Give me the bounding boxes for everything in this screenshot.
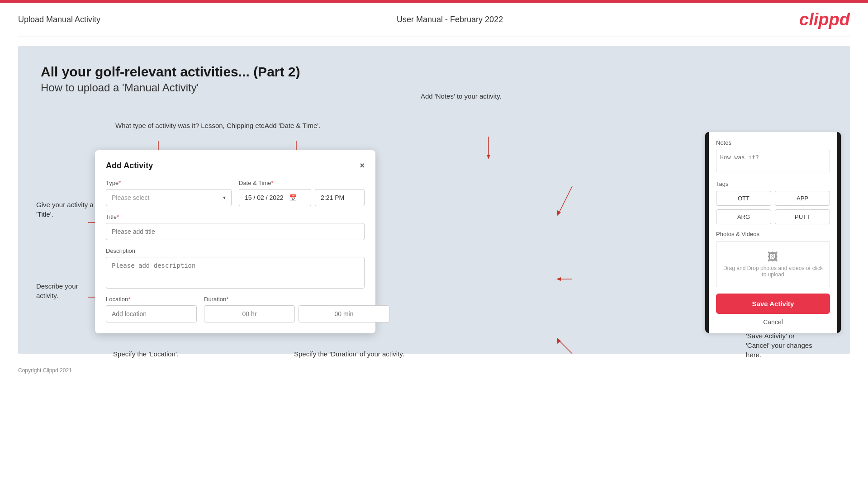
header: Upload Manual Activity User Manual - Feb… — [0, 3, 868, 37]
calendar-icon: 📅 — [289, 194, 297, 201]
time-input[interactable]: 2:21 PM — [315, 189, 365, 206]
duration-hr-input[interactable] — [204, 305, 295, 322]
duration-label: Duration* — [204, 296, 389, 303]
page-title: All your golf-relevant activities... (Pa… — [41, 64, 827, 80]
type-label: Type* — [106, 180, 232, 186]
chevron-down-icon: ▾ — [223, 194, 226, 201]
annotation-save: 'Save Activity' or 'Cancel' your changes… — [746, 331, 845, 360]
description-textarea[interactable] — [106, 257, 365, 289]
tag-ott[interactable]: OTT — [716, 191, 771, 206]
datetime-group: Date & Time* 15 / 02 / 2022 📅 2:21 PM — [239, 180, 365, 206]
svg-marker-17 — [556, 277, 561, 281]
manual-label: User Manual - February 2022 — [397, 15, 503, 24]
save-activity-button[interactable]: Save Activity — [716, 294, 830, 314]
date-time-inputs: 15 / 02 / 2022 📅 2:21 PM — [239, 189, 365, 206]
tags-grid: OTT APP ARG PUTT — [716, 191, 830, 224]
time-value: 2:21 PM — [321, 194, 344, 201]
annotation-notes: Add 'Notes' to your activity. — [421, 91, 502, 101]
svg-marker-13 — [487, 155, 490, 159]
description-label: Description — [106, 247, 365, 254]
annotation-location: Specify the 'Location'. — [113, 349, 179, 359]
notes-label: Notes — [716, 139, 830, 146]
modal-header: Add Activity × — [106, 161, 365, 171]
tag-app[interactable]: APP — [775, 191, 830, 206]
upload-text: Drag and Drop photos and videos or click… — [721, 265, 825, 278]
annotation-date-time: Add 'Date & Time'. — [265, 121, 320, 130]
title-label: Title* — [106, 213, 365, 220]
datetime-label: Date & Time* — [239, 180, 365, 186]
location-group: Location* — [106, 296, 197, 322]
annotation-what-type: What type of activity was it? Lesson, Ch… — [115, 121, 266, 130]
svg-line-18 — [559, 340, 572, 354]
type-datetime-row: Type* Please select ▾ Date & Time* 15 / … — [106, 180, 365, 206]
main-content: All your golf-relevant activities... (Pa… — [18, 46, 850, 354]
header-divider — [18, 37, 850, 37]
logo: clippd — [799, 10, 850, 29]
type-placeholder: Please select — [112, 194, 149, 201]
notes-textarea[interactable] — [716, 150, 830, 172]
right-panel: Notes Tags OTT APP ARG PUTT Photos & Vid… — [705, 132, 841, 333]
annotation-duration: Specify the 'Duration' of your activity. — [294, 349, 404, 359]
add-activity-modal: Add Activity × Type* Please select ▾ Dat… — [95, 150, 375, 333]
duration-inputs — [204, 305, 389, 322]
description-group: Description — [106, 247, 365, 296]
svg-marker-15 — [557, 210, 561, 216]
date-input[interactable]: 15 / 02 / 2022 📅 — [239, 189, 311, 206]
tag-putt[interactable]: PUTT — [775, 209, 830, 224]
tag-arg[interactable]: ARG — [716, 209, 771, 224]
type-group: Type* Please select ▾ — [106, 180, 232, 206]
location-input[interactable] — [106, 305, 197, 322]
title-input[interactable] — [106, 223, 365, 240]
page-label: Upload Manual Activity — [18, 15, 100, 24]
title-group: Title* — [106, 213, 365, 247]
modal-close-button[interactable]: × — [360, 161, 365, 171]
duration-group: Duration* — [204, 296, 389, 322]
upload-icon: 🖼 — [721, 251, 825, 263]
date-value: 15 / 02 / 2022 — [245, 194, 284, 201]
modal-title: Add Activity — [106, 161, 153, 171]
copyright: Copyright Clippd 2021 — [18, 367, 72, 374]
photos-label: Photos & Videos — [716, 231, 830, 237]
location-duration-row: Location* Duration* — [106, 296, 365, 322]
cancel-link[interactable]: Cancel — [716, 318, 830, 326]
svg-marker-19 — [557, 338, 561, 344]
footer: Copyright Clippd 2021 — [0, 363, 868, 378]
annotation-title: Give your activity a 'Title'. — [36, 200, 94, 219]
location-label: Location* — [106, 296, 197, 303]
upload-area[interactable]: 🖼 Drag and Drop photos and videos or cli… — [716, 241, 830, 287]
annotation-describe: Describe your activity. — [36, 281, 78, 300]
svg-line-14 — [559, 186, 572, 213]
tags-label: Tags — [716, 180, 830, 187]
type-select[interactable]: Please select ▾ — [106, 189, 232, 206]
duration-min-input[interactable] — [299, 305, 389, 322]
